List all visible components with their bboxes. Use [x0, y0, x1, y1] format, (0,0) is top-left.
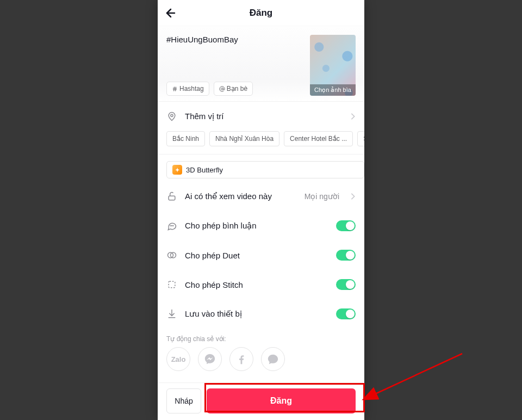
chat-icon: [267, 353, 279, 365]
effect-icon: ✦: [172, 165, 182, 175]
svg-line-4: [175, 87, 176, 91]
privacy-row[interactable]: Ai có thể xem video này Mọi người: [166, 182, 356, 211]
mention-chip-label: Bạn bè: [227, 85, 247, 92]
caption-input[interactable]: #HieuUngBuomBay: [166, 35, 303, 82]
location-suggestions: Bắc Ninh Nhà Nghỉ Xuân Hòa Center Hotel …: [166, 131, 364, 154]
svg-point-8: [170, 226, 171, 226]
caption-area: #HieuUngBuomBay Hashtag Bạn bè: [158, 26, 364, 102]
save-device-row: Lưu vào thiết bị: [166, 299, 356, 329]
hashtag-chip[interactable]: Hashtag: [166, 82, 209, 96]
allow-stitch-toggle[interactable]: [336, 279, 356, 290]
page-title: Đăng: [250, 8, 273, 18]
allow-stitch-row: Cho phép Stitch: [166, 270, 356, 299]
back-button[interactable]: [164, 7, 177, 20]
allow-stitch-label: Cho phép Stitch: [185, 280, 328, 289]
post-button[interactable]: Đăng: [207, 388, 356, 413]
allow-duet-label: Cho phép Duet: [185, 251, 328, 260]
share-zalo-label: Zalo: [171, 355, 186, 363]
post-screen: Đăng #HieuUngBuomBay Hashtag Bạn bè: [158, 0, 364, 420]
allow-comments-label: Cho phép bình luận: [185, 221, 328, 231]
add-location-label: Thêm vị trí: [185, 112, 343, 121]
hash-icon: [172, 86, 178, 92]
share-targets: Zalo: [158, 347, 364, 380]
privacy-label: Ai có thể xem video này: [185, 192, 297, 201]
messenger-icon: [204, 353, 216, 365]
add-location-row[interactable]: Thêm vị trí: [166, 102, 356, 131]
lock-open-icon: [166, 191, 177, 202]
draft-button[interactable]: Nháp: [166, 388, 201, 413]
location-chip[interactable]: Center Hotel Bắc ...: [284, 131, 353, 146]
save-device-label: Lưu vào thiết bị: [185, 309, 328, 319]
facebook-icon: [235, 353, 247, 365]
header: Đăng: [158, 0, 364, 26]
chevron-right-icon: [350, 193, 356, 200]
privacy-value: Mọi người: [304, 192, 339, 201]
effect-name: 3D Butterfly: [186, 166, 223, 174]
effect-pill[interactable]: ✦ 3D Butterfly: [166, 161, 364, 178]
duet-icon: [166, 250, 177, 261]
svg-line-15: [374, 354, 462, 394]
comment-icon: [166, 220, 177, 231]
allow-comments-toggle[interactable]: [336, 220, 356, 231]
svg-point-10: [173, 226, 173, 226]
svg-point-6: [171, 114, 173, 116]
allow-duet-toggle[interactable]: [336, 250, 356, 261]
svg-point-9: [172, 226, 172, 226]
location-chip[interactable]: Nhà Nghỉ Xuân Hòa: [209, 131, 279, 146]
share-zalo-button[interactable]: Zalo: [166, 347, 190, 371]
auto-share-label: Tự động chia sẻ với:: [158, 329, 364, 347]
download-icon: [166, 308, 177, 319]
svg-point-5: [221, 88, 223, 90]
hashtag-chip-label: Hashtag: [179, 85, 204, 92]
share-other-button[interactable]: [261, 347, 285, 371]
allow-duet-row: Cho phép Duet: [166, 240, 356, 270]
svg-rect-7: [169, 196, 175, 200]
bottom-bar: Nháp Đăng: [158, 382, 364, 420]
chevron-right-icon: [350, 113, 356, 120]
share-messenger-button[interactable]: [198, 347, 222, 371]
at-icon: [219, 86, 225, 92]
mention-chip[interactable]: Bạn bè: [214, 82, 253, 96]
cover-thumbnail[interactable]: Chọn ảnh bìa: [310, 35, 356, 96]
arrow-left-icon: [164, 7, 177, 20]
save-device-toggle[interactable]: [336, 308, 356, 319]
svg-line-3: [174, 87, 175, 91]
cover-select-label: Chọn ảnh bìa: [310, 84, 356, 96]
allow-comments-row: Cho phép bình luận: [166, 211, 356, 240]
svg-rect-13: [169, 281, 175, 288]
stitch-icon: [166, 279, 177, 290]
share-facebook-button[interactable]: [229, 347, 253, 371]
location-icon: [166, 111, 177, 122]
location-chip[interactable]: Bắc Ninh: [166, 131, 205, 146]
location-chip[interactable]: SUN: [357, 131, 364, 146]
